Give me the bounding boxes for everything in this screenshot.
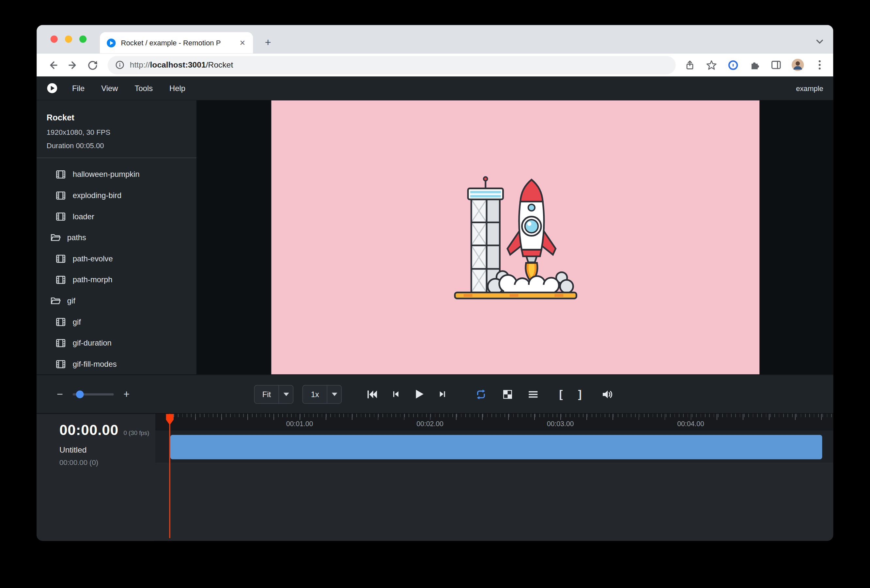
tab-search-chevron-icon[interactable] [813, 36, 825, 48]
zoom-slider[interactable] [73, 390, 114, 398]
ruler-ticks [169, 414, 833, 420]
film-icon [56, 317, 67, 327]
out-marker-button[interactable]: ] [574, 388, 586, 400]
back-button[interactable] [45, 57, 61, 73]
sidebar-item-label: gif-fill-modes [73, 360, 117, 368]
sidebar-item-label: loader [73, 212, 94, 220]
zoom-slider-knob[interactable] [76, 390, 84, 398]
timeline-ruler[interactable]: 00:01.00 00:02.00 00:03.00 00:04.00 [155, 414, 833, 430]
film-icon [56, 359, 67, 369]
menu-view[interactable]: View [101, 84, 118, 93]
close-window-button[interactable] [51, 36, 58, 43]
url-host: localhost:3001 [150, 60, 206, 69]
current-frame-display: 0 (30 fps) [124, 429, 149, 436]
track-time-range: 00:00.00 (0) [60, 458, 155, 467]
folder-open-icon [51, 296, 61, 305]
reload-button[interactable] [84, 57, 101, 73]
speed-dropdown-label: 1x [303, 390, 327, 398]
sidebar-item[interactable]: gif [37, 311, 197, 332]
jump-to-start-button[interactable] [364, 386, 380, 402]
volume-icon[interactable] [599, 386, 616, 402]
film-icon [56, 275, 67, 284]
sidebar-item[interactable]: gif-fill-modes [37, 353, 197, 375]
sidebar-item[interactable]: paths [37, 227, 197, 248]
sidebar-item[interactable]: gif-duration [37, 332, 197, 353]
address-bar[interactable]: http://localhost:3001/Rocket [108, 56, 676, 74]
bookmark-star-icon[interactable] [705, 59, 717, 71]
browser-tab[interactable]: Rocket / example - Remotion P × [100, 32, 253, 54]
browser-window: Rocket / example - Remotion P × + [37, 25, 833, 541]
sidebar-item[interactable]: gif [37, 290, 197, 311]
playhead-line [169, 414, 170, 538]
zoom-out-button[interactable]: − [55, 388, 66, 400]
film-icon [56, 169, 67, 179]
url-scheme: http:// [130, 60, 150, 69]
sidebar-item-label: gif [67, 296, 75, 305]
share-icon[interactable] [683, 59, 696, 71]
timeline-track-bar[interactable] [170, 435, 822, 460]
composition-title: Rocket [47, 113, 186, 122]
sidebar-item[interactable]: path-evolve [37, 248, 197, 269]
composition-resolution: 1920x1080, 30 FPS [47, 128, 186, 137]
sidebar-item[interactable]: loader [37, 206, 197, 227]
fit-dropdown[interactable]: Fit [254, 385, 294, 403]
previous-frame-button[interactable] [387, 386, 404, 402]
sidebar-item-label: gif-duration [73, 338, 112, 347]
remotion-studio: File View Tools Help example Rocket 1920… [37, 77, 833, 541]
play-button[interactable] [411, 386, 427, 402]
ruler-label: 00:02.00 [416, 420, 444, 428]
app-menubar: File View Tools Help example [37, 77, 833, 100]
timeline: 00:00.00 0 (30 fps) Untitled 00:00.00 (0… [37, 414, 833, 541]
menu-file[interactable]: File [72, 84, 85, 93]
maximize-window-button[interactable] [79, 36, 86, 43]
url-path: /Rocket [206, 60, 233, 69]
sidebar-item-label: gif [73, 317, 81, 326]
sidebar-item[interactable]: halloween-pumpkin [37, 164, 197, 185]
sidebar-item-label: path-evolve [73, 254, 113, 263]
film-icon [56, 254, 67, 263]
transparency-checkerboard-icon[interactable] [499, 386, 516, 402]
sidebar-item-label: path-morph [73, 275, 113, 284]
loop-toggle-icon[interactable] [473, 386, 490, 402]
side-panel-icon[interactable] [770, 59, 782, 71]
password-manager-icon[interactable] [727, 59, 739, 71]
film-icon [56, 191, 67, 200]
tab-close-icon[interactable]: × [238, 38, 246, 47]
remotion-favicon-icon [106, 38, 116, 47]
tab-strip: Rocket / example - Remotion P × + [37, 25, 833, 54]
chevron-down-icon [327, 386, 341, 403]
timeline-rows-icon[interactable] [525, 386, 541, 402]
zoom-in-button[interactable]: + [121, 388, 132, 400]
composition-canvas [271, 101, 759, 375]
browser-menu-kebab-icon[interactable] [813, 59, 825, 71]
speed-dropdown[interactable]: 1x [302, 385, 342, 403]
desktop-background: Rocket / example - Remotion P × + [0, 0, 870, 588]
url-text: http://localhost:3001/Rocket [130, 60, 233, 69]
sidebar-item[interactable]: exploding-bird [37, 185, 197, 206]
main-row: Rocket 1920x1080, 30 FPS Duration 00:05.… [37, 100, 833, 375]
sidebar-item-label: halloween-pumpkin [73, 170, 140, 179]
remotion-logo-icon[interactable] [47, 83, 58, 94]
new-tab-button[interactable]: + [260, 35, 276, 51]
profile-avatar[interactable] [792, 59, 804, 71]
forward-button[interactable] [64, 57, 81, 73]
in-marker-button[interactable]: [ [555, 388, 567, 400]
current-time-display: 00:00.00 [60, 421, 118, 439]
track-name: Untitled [60, 445, 155, 454]
menu-help[interactable]: Help [169, 84, 185, 93]
extensions-puzzle-icon[interactable] [748, 59, 760, 71]
timeline-empty-area [37, 463, 833, 541]
composition-duration: Duration 00:05.00 [47, 141, 186, 150]
minimize-window-button[interactable] [65, 36, 72, 43]
sidebar-item[interactable]: path-morph [37, 269, 197, 290]
preview-area [197, 101, 833, 375]
folder-open-icon [51, 233, 61, 242]
film-icon [56, 338, 67, 347]
menu-tools[interactable]: Tools [135, 84, 153, 93]
site-info-icon[interactable] [116, 60, 124, 69]
film-icon [56, 212, 67, 221]
jump-to-end-button[interactable] [434, 386, 451, 402]
toolbar-icons [683, 59, 825, 71]
sidebar-item-label: paths [67, 233, 86, 242]
center-controls: Fit 1x [254, 385, 616, 403]
